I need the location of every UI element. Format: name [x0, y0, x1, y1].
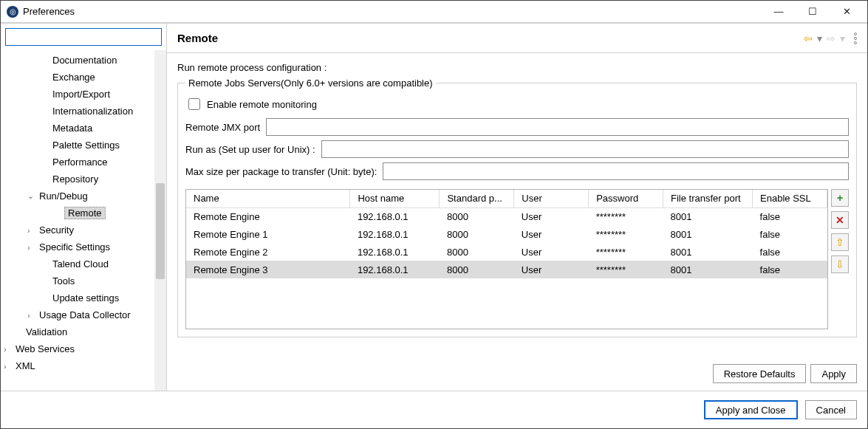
column-header[interactable]: Password — [589, 190, 663, 207]
tree-item[interactable]: Validation — [1, 323, 166, 340]
tree-item-label: Run/Debug — [38, 191, 89, 202]
chevron-right-icon[interactable]: › — [4, 362, 14, 371]
fieldset-legend: Remote Jobs Servers(Only 6.0+ versions a… — [185, 78, 436, 89]
tree-item[interactable]: Metadata — [1, 120, 166, 137]
tree-scrollbar[interactable] — [154, 50, 166, 391]
tree-item[interactable]: Exchange — [1, 69, 166, 86]
remote-jobs-fieldset: Remote Jobs Servers(Only 6.0+ versions a… — [177, 78, 857, 337]
tree-item-label: Security — [38, 224, 75, 236]
tree-item-label: Specific Settings — [38, 241, 112, 253]
chevron-down-icon[interactable]: ⌄ — [27, 191, 38, 201]
table-cell: 192.168.0.1 — [350, 207, 440, 225]
tree-item[interactable]: Talend Cloud — [1, 255, 166, 272]
tree-item-label: Import/Export — [51, 89, 112, 100]
move-up-button[interactable]: ⇧ — [831, 233, 849, 251]
forward-icon[interactable]: ⇨ — [827, 32, 835, 44]
tree-item-label: Usage Data Collector — [38, 309, 132, 320]
content-body: Run remote process configuration : Remot… — [167, 53, 867, 357]
back-dropdown-icon[interactable]: ▾ — [817, 32, 822, 44]
table-cell: Remote Engine 3 — [186, 261, 350, 278]
filter-input[interactable] — [5, 28, 162, 46]
table-cell: false — [753, 225, 827, 243]
maximize-icon[interactable]: ☐ — [802, 4, 823, 19]
restore-defaults-button[interactable]: Restore Defaults — [713, 364, 807, 383]
tree-item[interactable]: Remote — [1, 205, 166, 222]
column-header[interactable]: File transfer port — [663, 190, 753, 207]
table-cell: Remote Engine 1 — [186, 225, 350, 243]
table-cell: 8000 — [440, 261, 514, 278]
enable-remote-monitoring-checkbox[interactable] — [188, 98, 200, 110]
table-cell: User — [514, 225, 589, 243]
table-cell: User — [514, 207, 589, 225]
table-cell: 192.168.0.1 — [350, 243, 440, 261]
column-header[interactable]: Name — [186, 190, 350, 207]
apply-button[interactable]: Apply — [810, 364, 857, 383]
back-icon[interactable]: ⇦ — [804, 32, 813, 44]
tree-item[interactable]: ›Specific Settings — [1, 238, 166, 255]
tree-item[interactable]: Import/Export — [1, 86, 166, 103]
table-row[interactable]: Remote Engine192.168.0.18000User********… — [186, 207, 827, 225]
tree-item[interactable]: Tools — [1, 272, 166, 289]
table-buttons: + ✕ ⇧ ⇩ — [831, 189, 849, 329]
table-row[interactable]: Remote Engine 2192.168.0.18000User******… — [186, 243, 827, 261]
table-row[interactable]: Remote Engine 1192.168.0.18000User******… — [186, 225, 827, 243]
tree-item[interactable]: ›Security — [1, 222, 166, 238]
table-cell: User — [514, 261, 589, 278]
table-cell: ******** — [589, 225, 663, 243]
table-cell: false — [753, 207, 827, 225]
cancel-button[interactable]: Cancel — [805, 400, 857, 419]
page-footer: Restore Defaults Apply — [167, 357, 867, 391]
tree-item-label: Repository — [51, 174, 100, 185]
page-title: Remote — [177, 32, 804, 44]
tree-item[interactable]: Palette Settings — [1, 137, 166, 154]
run-as-input[interactable] — [321, 140, 849, 158]
tree-item-label: Update settings — [51, 292, 120, 303]
tree-item-label: XML — [14, 360, 37, 371]
dialog-footer: Apply and Close Cancel — [1, 391, 867, 428]
chevron-right-icon[interactable]: › — [4, 345, 14, 354]
table-cell: 8001 — [663, 207, 753, 225]
tree-item[interactable]: ›XML — [1, 357, 166, 374]
table-cell: 8001 — [663, 261, 753, 278]
servers-table[interactable]: NameHost nameStandard p...UserPasswordFi… — [185, 189, 828, 329]
enable-remote-monitoring-label: Enable remote monitoring — [207, 99, 317, 110]
tree-item[interactable]: ›Usage Data Collector — [1, 306, 166, 323]
forward-dropdown-icon[interactable]: ▾ — [840, 32, 845, 44]
chevron-right-icon[interactable]: › — [27, 311, 38, 320]
menu-icon[interactable] — [854, 32, 857, 44]
chevron-right-icon[interactable]: › — [27, 243, 38, 252]
delete-row-button[interactable]: ✕ — [831, 211, 849, 229]
column-header[interactable]: Enable SSL — [753, 190, 827, 207]
tree-item[interactable]: ›Web Services — [1, 340, 166, 357]
tree-item[interactable]: Internationalization — [1, 103, 166, 120]
minimize-icon[interactable]: — — [768, 4, 789, 19]
column-header[interactable]: Host name — [350, 190, 440, 207]
max-size-label: Max size per package to transfer (Unit: … — [185, 166, 377, 177]
add-row-button[interactable]: + — [831, 189, 849, 207]
jmx-port-input[interactable] — [266, 118, 849, 136]
apply-and-close-button[interactable]: Apply and Close — [704, 400, 798, 419]
table-cell: 8000 — [440, 225, 514, 243]
tree-item-label: Remote — [64, 207, 106, 219]
table-cell: ******** — [589, 207, 663, 225]
column-header[interactable]: Standard p... — [440, 190, 514, 207]
tree-item-label: Tools — [51, 275, 76, 286]
tree-item[interactable]: Performance — [1, 154, 166, 171]
tree-item-label: Performance — [51, 157, 109, 168]
table-cell: User — [514, 243, 589, 261]
chevron-right-icon[interactable]: › — [27, 226, 38, 235]
tree-item[interactable]: ⌄Run/Debug — [1, 188, 166, 205]
max-size-input[interactable] — [383, 162, 849, 180]
tree-item[interactable]: Repository — [1, 171, 166, 188]
tree-item[interactable]: Documentation — [1, 52, 166, 69]
window-controls: — ☐ ✕ — [768, 4, 857, 19]
move-down-button[interactable]: ⇩ — [831, 255, 849, 273]
sidebar: DocumentationExchangeImport/ExportIntern… — [1, 24, 167, 391]
tree-item[interactable]: Update settings — [1, 289, 166, 306]
column-header[interactable]: User — [514, 190, 589, 207]
content-pane: Remote ⇦ ▾ ⇨ ▾ Run remote process config… — [167, 24, 867, 391]
table-row[interactable]: Remote Engine 3192.168.0.18000User******… — [186, 261, 827, 278]
table-cell: 8001 — [663, 243, 753, 261]
close-icon[interactable]: ✕ — [836, 4, 857, 19]
table-cell: Remote Engine — [186, 207, 350, 225]
